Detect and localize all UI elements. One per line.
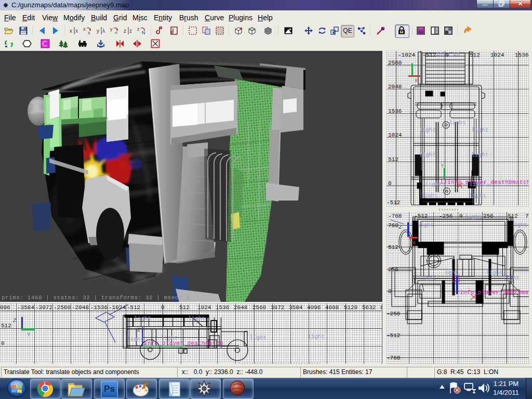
svg-text:-768: -768 xyxy=(387,355,400,361)
svg-text:512: 512 xyxy=(388,244,398,250)
svg-text:256: 256 xyxy=(388,267,398,273)
svg-text:light: light xyxy=(127,336,144,342)
svg-text:1536: 1536 xyxy=(388,108,402,114)
svg-text:-512: -512 xyxy=(127,304,140,311)
svg-text:5120: 5120 xyxy=(344,304,357,311)
svg-text:x: x xyxy=(70,28,72,34)
svg-text:3072: 3072 xyxy=(271,304,284,311)
svg-text:0: 0 xyxy=(388,288,392,295)
svg-text:light: light xyxy=(471,127,488,133)
svg-text:Z: Z xyxy=(398,224,402,230)
svg-text:info_player_deathbmatch: info_player_deathbmatch xyxy=(447,179,529,185)
svg-text:512: 512 xyxy=(508,213,518,219)
svg-text:z: z xyxy=(129,28,132,34)
svg-text:light: light xyxy=(419,127,436,133)
svg-text:y: y xyxy=(110,26,113,32)
svg-text:0: 0 xyxy=(459,213,463,219)
svg-text:768: 768 xyxy=(388,222,398,229)
svg-text:light: light xyxy=(417,222,434,228)
svg-text:2048: 2048 xyxy=(234,304,247,311)
svg-text:ight: ight xyxy=(514,222,527,228)
svg-text:096: 096 xyxy=(0,304,10,311)
svg-text:x: x xyxy=(88,30,90,35)
svg-text:x: x xyxy=(75,28,78,34)
svg-text:512: 512 xyxy=(470,52,480,58)
svg-text:-3072: -3072 xyxy=(35,304,52,311)
svg-text:N: N xyxy=(142,30,145,35)
svg-text:0: 0 xyxy=(445,52,449,58)
svg-text:light: light xyxy=(419,152,436,158)
svg-text:-256: -256 xyxy=(439,213,453,219)
svg-text:0: 0 xyxy=(161,304,165,311)
svg-text:ight: ight xyxy=(445,270,458,276)
svg-text:1024: 1024 xyxy=(388,132,402,138)
svg-text:light: light xyxy=(471,152,488,158)
svg-text:z: z xyxy=(137,26,140,32)
svg-text:-512: -512 xyxy=(387,332,400,339)
svg-text:-1536: -1536 xyxy=(90,304,108,311)
svg-text:z: z xyxy=(124,28,126,34)
svg-text:-512: -512 xyxy=(387,200,400,205)
svg-text:1536: 1536 xyxy=(216,304,229,311)
svg-text:0: 0 xyxy=(1,340,5,347)
svg-text:light: light xyxy=(188,315,205,322)
svg-text:light: light xyxy=(249,335,267,341)
svg-text:1024: 1024 xyxy=(197,304,211,311)
svg-text:1536: 1536 xyxy=(515,52,528,58)
svg-text:0: 0 xyxy=(388,180,392,187)
svg-text:light: light xyxy=(465,214,482,220)
svg-text:light: light xyxy=(502,275,520,281)
svg-text:4096: 4096 xyxy=(307,304,321,311)
svg-text:x: x xyxy=(415,78,418,84)
svg-text:5632: 5632 xyxy=(362,304,376,311)
svg-text:-512: -512 xyxy=(414,213,428,219)
svg-text:info_player_deathmatch: info_player_deathmatch xyxy=(144,340,223,347)
svg-text:light: light xyxy=(486,270,503,276)
svg-text:2560: 2560 xyxy=(252,304,266,311)
svg-text:1024: 1024 xyxy=(490,52,504,58)
svg-text:y: y xyxy=(97,28,99,34)
svg-text:2560: 2560 xyxy=(388,60,402,66)
svg-text:light: light xyxy=(419,275,436,281)
svg-text:Y: Y xyxy=(27,331,31,338)
svg-text:info_player_deathmat: info_player_deathmat xyxy=(460,289,529,296)
svg-text:light: light xyxy=(449,119,466,126)
svg-text:-2048: -2048 xyxy=(72,304,89,311)
svg-text:-512: -512 xyxy=(422,52,436,58)
svg-text:light: light xyxy=(425,181,442,188)
svg-text:6144: 6144 xyxy=(380,304,382,311)
svg-text:light: light xyxy=(421,193,438,199)
svg-text:-1024: -1024 xyxy=(109,304,126,311)
svg-text:light: light xyxy=(469,193,486,199)
svg-text:-3584: -3584 xyxy=(17,304,34,311)
svg-text:3584: 3584 xyxy=(289,304,303,311)
svg-text:<: < xyxy=(115,30,117,35)
svg-text:512: 512 xyxy=(388,156,398,163)
svg-text:light: light xyxy=(134,315,151,322)
svg-text:Z: Z xyxy=(12,317,17,324)
svg-text:x: x xyxy=(413,240,416,246)
svg-text:Z: Z xyxy=(137,327,141,333)
svg-text:light: light xyxy=(308,334,325,340)
svg-text:-1024: -1024 xyxy=(398,52,415,58)
svg-text:x: x xyxy=(83,26,86,32)
svg-text:2048: 2048 xyxy=(388,84,402,90)
svg-text:-768: -768 xyxy=(388,213,402,219)
svg-text:λ: λ xyxy=(102,28,105,34)
svg-text:4608: 4608 xyxy=(325,304,339,311)
svg-text:Y: Y xyxy=(441,163,444,169)
svg-text:256: 256 xyxy=(483,213,494,219)
svg-text:512: 512 xyxy=(1,323,11,329)
svg-text:76: 76 xyxy=(525,213,529,219)
svg-text:-256: -256 xyxy=(387,311,400,317)
svg-text:512: 512 xyxy=(179,304,190,311)
svg-text:-2560: -2560 xyxy=(54,304,71,311)
